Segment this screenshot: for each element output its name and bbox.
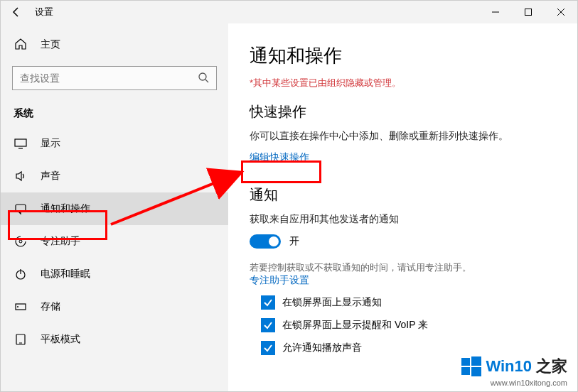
sound-icon — [14, 170, 28, 183]
nav-item-label: 电源和睡眠 — [41, 268, 90, 281]
window-title: 设置 — [35, 6, 53, 18]
page-title: 通知和操作 — [250, 43, 556, 68]
nav-tablet-mode[interactable]: 平板模式 — [1, 323, 228, 356]
search-box[interactable] — [12, 66, 217, 90]
back-button[interactable] — [6, 2, 26, 22]
nav-item-label: 声音 — [41, 170, 60, 183]
tablet-icon — [14, 333, 28, 346]
watermark: Win10之家 www.win10xitong.com — [461, 356, 567, 387]
notification-icon — [14, 202, 28, 215]
nav-item-label: 平板模式 — [41, 333, 80, 346]
org-warning: *其中某些设置已由组织隐藏或管理。 — [250, 77, 556, 89]
maximize-button[interactable] — [512, 1, 545, 23]
svg-rect-20 — [471, 367, 481, 376]
home-icon — [14, 38, 28, 53]
quick-actions-heading: 快速操作 — [250, 102, 556, 121]
svg-point-4 — [199, 73, 206, 80]
home-label: 主页 — [41, 38, 60, 51]
svg-rect-8 — [16, 205, 26, 212]
svg-point-9 — [19, 240, 22, 243]
focus-assist-desc: 若要控制获取或不获取通知的时间，请试用专注助手。 — [250, 261, 556, 274]
nav-storage[interactable]: 存储 — [1, 290, 228, 323]
category-label: 系统 — [1, 97, 228, 127]
svg-rect-1 — [525, 9, 532, 16]
minimize-button[interactable] — [479, 1, 512, 23]
search-input[interactable] — [20, 72, 198, 84]
svg-rect-17 — [461, 358, 470, 366]
notifications-toggle[interactable] — [250, 234, 281, 249]
svg-rect-6 — [15, 139, 26, 146]
nav-item-label: 通知和操作 — [41, 202, 90, 215]
checkbox-sound[interactable] — [261, 341, 275, 355]
home-nav[interactable]: 主页 — [1, 31, 228, 59]
quick-actions-desc: 你可以直接在操作中心中添加、删除或重新排列快速操作。 — [250, 130, 556, 143]
nav-notifications[interactable]: 通知和操作 — [1, 192, 228, 225]
focus-icon — [14, 235, 28, 248]
nav-item-label: 存储 — [41, 300, 60, 313]
checkbox-label: 在锁屏界面上显示通知 — [282, 296, 382, 309]
nav-focus-assist[interactable]: 专注助手 — [1, 225, 228, 258]
watermark-url: www.win10xitong.com — [461, 379, 567, 387]
checkbox-lockscreen-notify[interactable] — [261, 295, 275, 310]
checkbox-lockscreen-voip[interactable] — [261, 318, 275, 332]
notifications-desc: 获取来自应用和其他发送者的通知 — [250, 213, 556, 226]
svg-point-13 — [17, 306, 18, 307]
nav-display[interactable]: 显示 — [1, 127, 228, 160]
display-icon — [14, 137, 28, 150]
close-button[interactable] — [545, 1, 577, 23]
focus-assist-settings-link[interactable]: 专注助手设置 — [250, 274, 309, 287]
storage-icon — [14, 300, 28, 313]
nav-item-label: 专注助手 — [41, 235, 80, 248]
svg-rect-18 — [471, 356, 481, 366]
watermark-suffix: 之家 — [536, 356, 567, 377]
power-icon — [14, 268, 28, 281]
nav-item-label: 显示 — [41, 137, 60, 150]
checkbox-label: 允许通知播放声音 — [282, 342, 362, 354]
toggle-label: 开 — [289, 235, 299, 248]
watermark-brand: Win10 — [486, 357, 532, 376]
edit-quick-actions-link[interactable]: 编辑快速操作 — [250, 151, 309, 164]
windows-logo-icon — [461, 356, 481, 376]
notifications-heading: 通知 — [250, 185, 556, 205]
svg-rect-19 — [461, 367, 470, 375]
nav-power-sleep[interactable]: 电源和睡眠 — [1, 258, 228, 290]
search-icon — [198, 72, 209, 85]
checkbox-label: 在锁屏界面上显示提醒和 VoIP 来 — [282, 319, 428, 332]
nav-sound[interactable]: 声音 — [1, 160, 228, 192]
svg-line-5 — [205, 80, 208, 82]
